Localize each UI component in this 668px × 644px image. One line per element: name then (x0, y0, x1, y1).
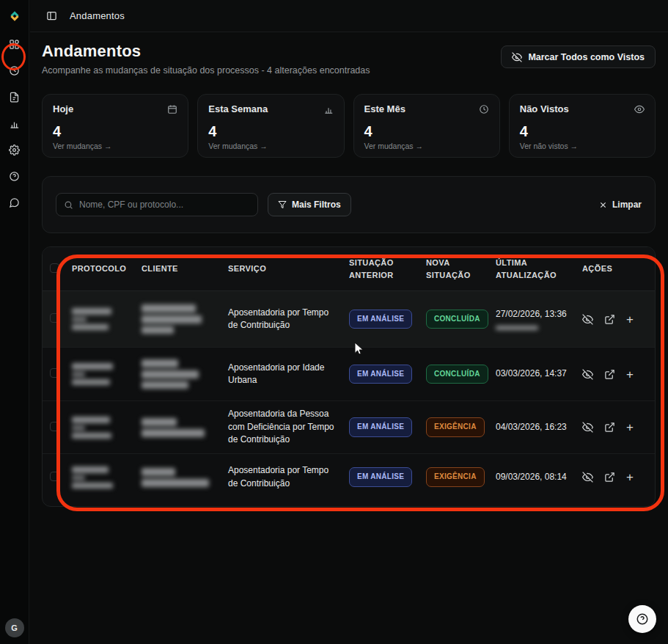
stat-card-este-mes[interactable]: Este Mês 4 Ver mudanças → (353, 94, 500, 158)
status-badge-anterior: EM ANÁLISE (349, 365, 412, 384)
stat-link[interactable]: Ver mudanças → (364, 142, 489, 150)
sidebar-item-dashboard[interactable] (5, 34, 24, 54)
eye-off-icon (512, 52, 522, 62)
col-cliente: Cliente (142, 263, 228, 275)
row-checkbox[interactable] (50, 422, 59, 431)
andamentos-table: Protocolo Cliente Serviço Situação Anter… (42, 246, 656, 507)
add-icon[interactable]: + (626, 368, 634, 381)
stat-card-hoje[interactable]: Hoje 4 Ver mudanças → (42, 94, 188, 158)
breadcrumb: Andamentos (70, 10, 125, 21)
status-badge-anterior: EM ANÁLISE (349, 310, 412, 329)
col-acoes: Ações (582, 263, 655, 275)
calendar-icon (167, 104, 177, 114)
servico-cell: Aposentadoria por Tempo de Contribuição (228, 307, 349, 332)
cliente-redacted (142, 301, 228, 337)
clock-icon (479, 104, 489, 114)
status-badge-anterior: EM ANÁLISE (349, 417, 412, 437)
topbar: Andamentos (30, 0, 668, 32)
sidebar-item-ajuda[interactable] (5, 167, 24, 186)
status-badge-nova: EXIGÊNCIA (426, 467, 485, 487)
status-badge-anterior: EM ANÁLISE (349, 467, 412, 487)
sidebar-nav (5, 34, 24, 212)
stat-label: Este Mês (364, 103, 405, 114)
search-input[interactable] (79, 200, 250, 210)
add-icon[interactable]: + (626, 313, 634, 326)
protocolo-redacted (72, 360, 142, 388)
stat-card-nao-vistos[interactable]: Não Vistos 4 Ver não vistos → (509, 94, 656, 158)
chat-bubble-icon (9, 197, 20, 208)
stat-link[interactable]: Ver mudanças → (208, 142, 333, 150)
more-filters-button[interactable]: Mais Filtros (268, 193, 351, 216)
row-actions: + (582, 368, 655, 381)
help-fab-button[interactable] (628, 605, 656, 633)
open-external-icon[interactable] (604, 422, 615, 433)
search-box[interactable] (56, 193, 258, 216)
close-icon (599, 201, 607, 209)
status-badge-nova: CONCLUÍDA (426, 365, 488, 384)
bar-chart-icon (323, 104, 334, 114)
page-subtitle: Acompanhe as mudanças de situação dos pr… (42, 65, 370, 76)
mark-seen-icon[interactable] (582, 314, 593, 325)
row-actions: + (582, 471, 655, 483)
sidebar-item-documentos[interactable] (5, 87, 24, 106)
clear-filters-button[interactable]: Limpar (599, 200, 642, 210)
stat-card-esta-semana[interactable]: Esta Semana 4 Ver mudanças → (197, 94, 344, 158)
gear-icon (9, 144, 20, 155)
ultima-atualizacao-cell: 04/03/2026, 16:23 (496, 421, 572, 433)
help-circle-icon (9, 171, 20, 182)
stat-link[interactable]: Ver não vistos → (520, 142, 645, 150)
open-external-icon[interactable] (604, 472, 615, 483)
user-avatar[interactable]: G (5, 618, 24, 637)
servico-cell: Aposentadoria por Tempo de Contribuição (228, 464, 349, 490)
mark-seen-icon[interactable] (582, 472, 593, 483)
document-icon (9, 92, 20, 103)
cliente-redacted (142, 356, 228, 392)
funnel-icon (278, 200, 287, 209)
table-header-row: Protocolo Cliente Serviço Situação Anter… (43, 247, 655, 291)
add-icon[interactable]: + (626, 471, 634, 483)
col-ultima-atualizacao: Última Atualização (496, 257, 582, 281)
mark-seen-icon[interactable] (582, 422, 593, 433)
row-checkbox[interactable] (50, 368, 59, 378)
row-checkbox[interactable] (50, 472, 59, 481)
sidebar: G (0, 0, 29, 644)
row-actions: + (582, 421, 655, 433)
sidebar-item-configuracoes[interactable] (5, 140, 24, 159)
main-content: Andamentos Acompanhe as mudanças de situ… (30, 32, 668, 644)
sidebar-item-chat[interactable] (5, 193, 24, 212)
grid-icon (9, 39, 20, 50)
protocolo-redacted (72, 464, 142, 491)
ultima-atualizacao-cell: 09/03/2026, 08:14 (496, 471, 572, 483)
table-row[interactable]: Aposentadoria por Idade Urbana EM ANÁLIS… (43, 348, 655, 401)
open-external-icon[interactable] (604, 314, 615, 325)
row-checkbox[interactable] (50, 313, 59, 323)
add-icon[interactable]: + (626, 421, 634, 433)
table-row[interactable]: Aposentadoria por Tempo de Contribuição … (43, 454, 655, 500)
table-row[interactable]: Aposentadoria por Tempo de Contribuição … (43, 291, 655, 348)
table-row[interactable]: Aposentadoria da Pessoa com Deficiência … (43, 401, 655, 454)
stat-cards: Hoje 4 Ver mudanças → Esta Semana 4 Ver … (42, 94, 656, 158)
col-situacao-anterior: Situação Anterior (349, 257, 426, 281)
open-external-icon[interactable] (604, 369, 615, 380)
sidebar-item-relatorios[interactable] (5, 114, 24, 133)
relative-time-redacted (496, 326, 538, 330)
cliente-redacted (142, 465, 228, 490)
stat-label: Esta Semana (208, 103, 268, 114)
panel-toggle-icon[interactable] (46, 10, 57, 21)
mark-all-seen-button[interactable]: Marcar Todos como Vistos (501, 45, 656, 68)
col-nova-situacao: Nova Situação (426, 257, 496, 281)
mark-seen-icon[interactable] (582, 369, 593, 380)
status-badge-nova: CONCLUÍDA (426, 310, 488, 329)
select-all-checkbox[interactable] (50, 263, 59, 273)
page-title: Andamentos (42, 42, 370, 61)
cliente-redacted (142, 415, 228, 440)
stat-link[interactable]: Ver mudanças → (53, 142, 177, 150)
sidebar-item-andamentos[interactable] (5, 61, 24, 80)
page-header: Andamentos Acompanhe as mudanças de situ… (42, 42, 656, 76)
ultima-atualizacao-cell: 03/03/2026, 14:37 (496, 367, 572, 380)
clock-icon (9, 65, 20, 76)
mark-all-seen-label: Marcar Todos como Vistos (528, 52, 645, 62)
table-body: Aposentadoria por Tempo de Contribuição … (43, 291, 655, 500)
servico-cell: Aposentadoria por Idade Urbana (228, 362, 349, 387)
col-protocolo: Protocolo (72, 263, 142, 275)
